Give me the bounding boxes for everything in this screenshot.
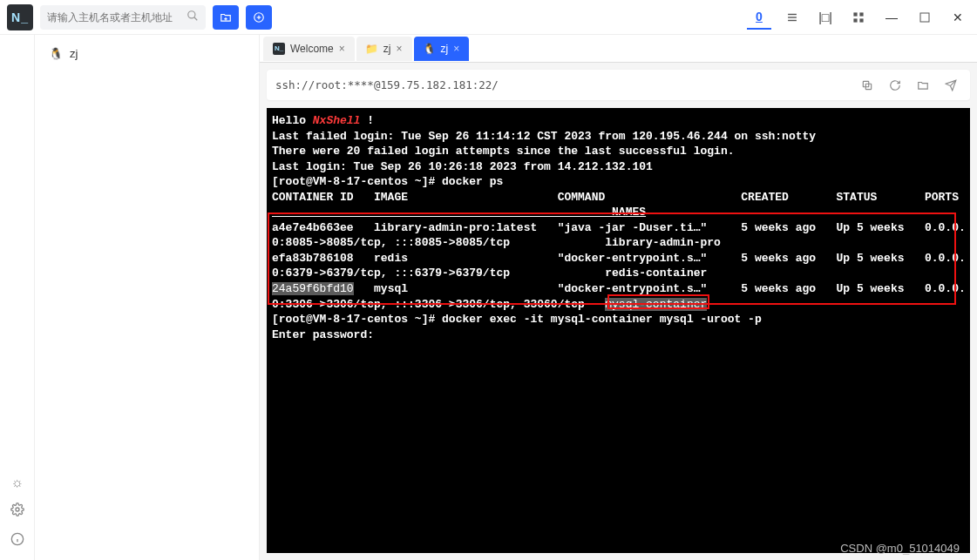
svg-rect-10: [853, 12, 857, 16]
refresh-icon[interactable]: [885, 79, 906, 91]
svg-point-15: [16, 508, 19, 511]
topbar-right: 0 |□| — ✕: [747, 5, 970, 30]
search-box[interactable]: [40, 5, 206, 30]
folder-icon: 📁: [366, 43, 378, 55]
tab-close-icon[interactable]: ×: [339, 43, 345, 55]
grid-view-icon[interactable]: [846, 5, 871, 30]
svg-rect-12: [853, 18, 857, 22]
window-maximize-icon[interactable]: [913, 5, 937, 30]
terminal[interactable]: Hello NxShell ! Last failed login: Tue S…: [267, 108, 970, 553]
tab-close-icon[interactable]: ×: [396, 43, 402, 55]
tabs: N_ Welcome × 📁 zj × 🐧 zj ×: [260, 35, 977, 63]
folder-open-icon[interactable]: [913, 79, 933, 91]
tab-folder[interactable]: 📁 zj ×: [356, 37, 412, 61]
sidebar: 🐧 zj: [35, 35, 260, 560]
add-folder-button[interactable]: [213, 5, 239, 30]
svg-rect-11: [859, 12, 863, 16]
tab-welcome[interactable]: N_ Welcome ×: [263, 37, 355, 61]
tab-terminal[interactable]: 🐧 zj ×: [414, 37, 470, 61]
terminal-output: Hello NxShell ! Last failed login: Tue S…: [272, 113, 965, 342]
tree-item[interactable]: 🐧 zj: [44, 44, 250, 64]
svg-point-0: [188, 11, 195, 18]
tree-item-label: zj: [70, 47, 78, 60]
tab-label: zj: [383, 43, 391, 55]
svg-rect-14: [920, 13, 929, 22]
tab-close-icon[interactable]: ×: [453, 43, 459, 55]
search-icon: [187, 10, 199, 24]
tab-label: zj: [441, 43, 449, 55]
view-mode-2-icon[interactable]: [780, 5, 804, 30]
info-icon[interactable]: [10, 532, 24, 550]
address-text: ssh://root:****@159.75.182.181:22/: [275, 78, 850, 91]
svg-line-1: [194, 17, 198, 21]
topbar: N_ 0 |□| — ✕: [0, 0, 977, 35]
send-icon[interactable]: [940, 79, 961, 91]
tab-label: Welcome: [290, 43, 334, 55]
settings-icon[interactable]: [10, 503, 24, 520]
logo-icon: N_: [273, 43, 285, 55]
window-minimize-icon[interactable]: —: [879, 5, 904, 30]
watermark: CSDN @m0_51014049: [840, 542, 960, 555]
penguin-icon: 🐧: [49, 47, 63, 60]
app-logo: N_: [7, 4, 33, 30]
window-close-icon[interactable]: ✕: [946, 5, 970, 30]
split-view-icon[interactable]: |□|: [813, 5, 838, 30]
penguin-icon: 🐧: [424, 43, 436, 55]
copy-icon[interactable]: [857, 79, 878, 91]
theme-toggle-icon[interactable]: ☼: [10, 475, 24, 490]
search-input[interactable]: [47, 11, 181, 24]
view-mode-1-icon[interactable]: 0: [747, 5, 771, 30]
svg-rect-13: [859, 18, 863, 22]
left-rail: ☼: [0, 35, 35, 560]
add-button[interactable]: [246, 5, 272, 30]
address-bar: ssh://root:****@159.75.182.181:22/: [267, 70, 970, 101]
workarea: N_ Welcome × 📁 zj × 🐧 zj × ssh://root:**…: [260, 35, 977, 560]
